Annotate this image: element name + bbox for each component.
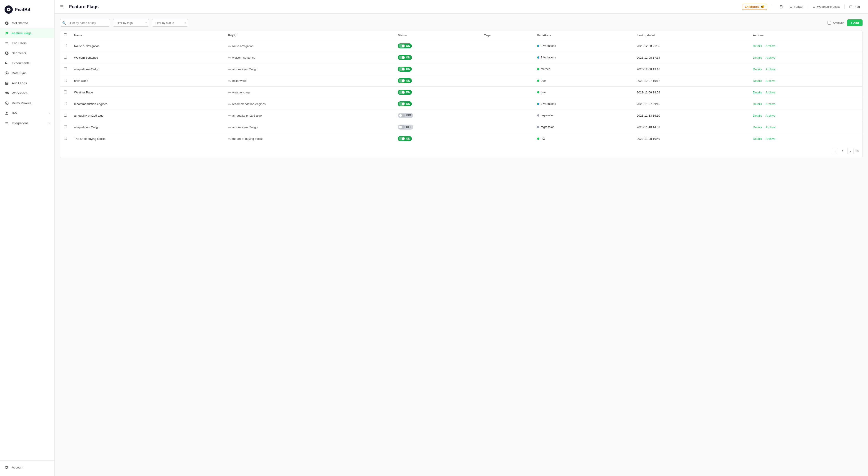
- select-all-checkbox[interactable]: [64, 33, 67, 36]
- sidebar-item-get-started[interactable]: Get Started: [0, 18, 54, 28]
- row-checkbox[interactable]: [64, 125, 67, 128]
- details-link[interactable]: Details: [753, 79, 762, 83]
- svg-rect-6: [849, 5, 852, 8]
- row-checkbox[interactable]: [64, 137, 67, 140]
- details-link[interactable]: Details: [753, 102, 762, 106]
- featbit-nav-item[interactable]: FeatBit: [787, 4, 806, 10]
- archive-link[interactable]: Archive: [766, 114, 775, 117]
- flag-updated-cell: 2023-12-06 18:59: [633, 87, 749, 98]
- sidebar-item-relay-proxies[interactable]: Relay Proxies: [0, 98, 54, 108]
- segments-icon: [4, 51, 9, 56]
- status-badge[interactable]: ON: [398, 78, 412, 83]
- details-link[interactable]: Details: [753, 125, 762, 129]
- row-checkbox[interactable]: [64, 79, 67, 82]
- sidebar-item-audit-logs[interactable]: Audit Logs: [0, 78, 54, 88]
- flag-key-cell: hello-world: [224, 75, 394, 87]
- archive-link[interactable]: Archive: [766, 125, 775, 129]
- row-checkbox-cell: [60, 40, 70, 52]
- details-link[interactable]: Details: [753, 67, 762, 71]
- toolbar: 🔍 Filter by tags ▾ Filter by status ▾: [60, 19, 863, 27]
- row-checkbox[interactable]: [64, 44, 67, 47]
- status-filter[interactable]: Filter by status: [152, 19, 188, 27]
- status-badge[interactable]: ON: [398, 90, 412, 95]
- docs-nav-item[interactable]: [777, 4, 786, 10]
- row-checkbox[interactable]: [64, 114, 67, 117]
- row-checkbox[interactable]: [64, 67, 67, 70]
- flag-updated-cell: 2023-12-08 21:35: [633, 40, 749, 52]
- data-sync-label: Data Sync: [12, 71, 27, 75]
- enterprise-badge[interactable]: Enterprise 🐠: [742, 4, 767, 10]
- flag-status-cell: ON: [394, 75, 480, 87]
- status-badge[interactable]: ON: [398, 67, 412, 71]
- archive-link[interactable]: Archive: [766, 67, 775, 71]
- archive-link[interactable]: Archive: [766, 44, 775, 48]
- header-sep-3: [844, 4, 845, 9]
- integrations-label: Integrations: [12, 121, 28, 125]
- menu-icon[interactable]: ☰: [60, 4, 64, 9]
- details-link[interactable]: Details: [753, 44, 762, 48]
- sidebar-item-workspace[interactable]: Workspace: [0, 88, 54, 98]
- row-checkbox[interactable]: [64, 102, 67, 105]
- status-badge[interactable]: ON: [398, 136, 412, 141]
- flag-updated-cell: 2023-12-08 13:16: [633, 63, 749, 75]
- status-badge[interactable]: ON: [398, 55, 412, 60]
- sidebar-item-end-users[interactable]: End Users: [0, 38, 54, 48]
- sidebar-item-feature-flags[interactable]: Feature Flags: [0, 28, 54, 38]
- flag-variations-cell: true: [533, 75, 633, 87]
- flag-updated-cell: 2023-11-13 16:10: [633, 110, 749, 121]
- details-link[interactable]: Details: [753, 114, 762, 117]
- sidebar-item-experiments[interactable]: Experiments: [0, 58, 54, 68]
- sidebar-item-account[interactable]: Account: [0, 463, 54, 472]
- archived-text: Archived: [833, 21, 844, 25]
- table-row: air-quality-so2-algo air-quality-so2-alg…: [60, 63, 862, 75]
- flag-key-cell: welcom-sentence: [224, 52, 394, 63]
- flag-name-cell: recommendation-engines: [70, 98, 224, 110]
- row-checkbox[interactable]: [64, 90, 67, 93]
- details-link[interactable]: Details: [753, 137, 762, 141]
- status-badge[interactable]: OFF: [398, 125, 413, 129]
- app-container: FeatBit Get Started Feature Flags: [0, 0, 868, 476]
- archive-link[interactable]: Archive: [766, 56, 775, 59]
- get-started-label: Get Started: [12, 21, 28, 25]
- actions-group: Details Archive: [753, 137, 859, 141]
- variation-indicator: 2 Variations: [537, 56, 556, 59]
- relay-proxies-icon: [4, 101, 9, 106]
- search-input[interactable]: [60, 19, 110, 27]
- sidebar-item-integrations[interactable]: Integrations ▾: [0, 118, 54, 128]
- sidebar-item-data-sync[interactable]: Data Sync: [0, 68, 54, 78]
- iam-arrow: ▾: [49, 112, 50, 115]
- add-button[interactable]: + Add: [847, 19, 863, 26]
- project1-icon: [789, 5, 793, 8]
- weatherforecast-nav-item[interactable]: WeatherForecast: [810, 4, 842, 10]
- archive-link[interactable]: Archive: [766, 91, 775, 94]
- sidebar-item-iam[interactable]: IAM ▾: [0, 108, 54, 118]
- archive-link[interactable]: Archive: [766, 102, 775, 106]
- flag-key-cell: the-art-of-buying-stocks: [224, 133, 394, 145]
- pagination-next[interactable]: ›: [847, 148, 854, 154]
- status-badge[interactable]: OFF: [398, 113, 413, 118]
- tags-filter[interactable]: Filter by tags: [113, 19, 149, 27]
- flag-actions-cell: Details Archive: [749, 110, 863, 121]
- flag-updated-cell: 2023-11-27 09:15: [633, 98, 749, 110]
- archive-link[interactable]: Archive: [766, 79, 775, 83]
- flag-key: welcom-sentence: [228, 56, 391, 59]
- account-label: Account: [12, 466, 23, 469]
- archive-link[interactable]: Archive: [766, 137, 775, 141]
- details-link[interactable]: Details: [753, 56, 762, 59]
- row-checkbox[interactable]: [64, 56, 67, 59]
- key-icon: [228, 137, 231, 140]
- flag-key: recommendation-engines: [228, 102, 391, 106]
- flag-name-cell: The art of buying stocks: [70, 133, 224, 145]
- status-badge[interactable]: ON: [398, 43, 412, 49]
- details-link[interactable]: Details: [753, 91, 762, 94]
- pagination-prev[interactable]: ‹: [832, 148, 838, 154]
- status-badge[interactable]: ON: [398, 101, 412, 107]
- archived-checkbox[interactable]: [828, 21, 831, 25]
- sidebar-bottom: Account: [0, 460, 54, 472]
- prod-nav-item[interactable]: Prod: [846, 4, 863, 10]
- flags-table-container: Name Key ⓘ Status Tags Variations Last u…: [60, 30, 863, 158]
- col-last-updated: Last updated: [633, 30, 749, 40]
- archived-label[interactable]: Archived: [828, 21, 844, 25]
- flag-tags-cell: [480, 121, 533, 133]
- sidebar-item-segments[interactable]: Segments: [0, 48, 54, 58]
